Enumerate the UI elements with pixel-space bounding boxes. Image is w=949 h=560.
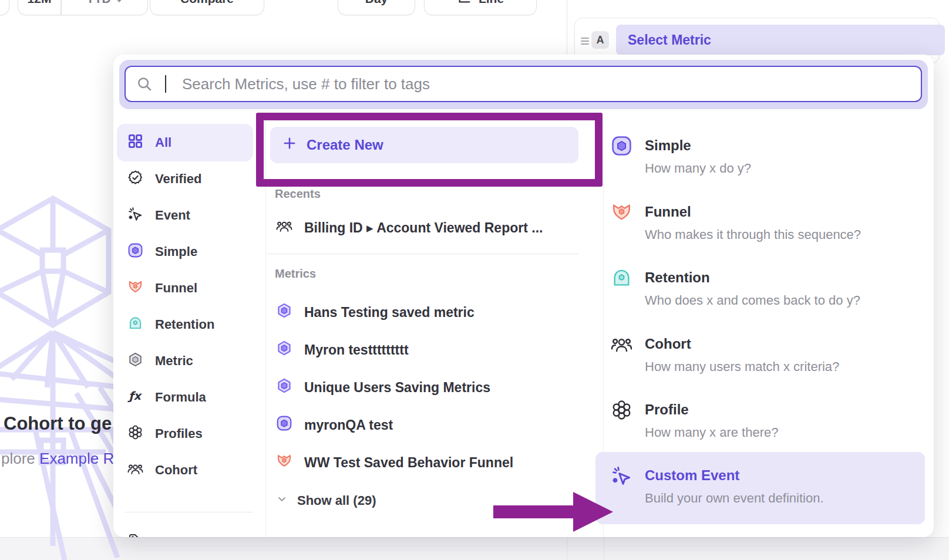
type-title: Custom Event — [645, 466, 916, 485]
range-12m-button[interactable]: 12M — [18, 0, 60, 15]
type-title: Retention — [645, 268, 916, 287]
recent-item-billing[interactable]: Billing ID ▸ Account Viewed Report ... — [276, 209, 593, 247]
metric-hexagon-icon — [276, 302, 292, 322]
metrics-header: Metrics — [275, 267, 316, 281]
grid-icon — [127, 133, 143, 153]
sidebar-item-label: Funnel — [155, 281, 197, 296]
sidebar-item-all[interactable]: All — [117, 124, 254, 161]
type-desc: How many x do y? — [645, 160, 916, 177]
line-label: Line — [479, 0, 504, 6]
sidebar-divider — [265, 120, 266, 537]
sidebar-item-formula[interactable]: ƒx Formula — [117, 379, 254, 416]
recent-item-label: Billing ID ▸ Account Viewed Report ... — [304, 220, 543, 236]
empty-state-title-fragment: Cohort to ge — [4, 413, 112, 434]
example-reports-link[interactable]: Example R — [39, 450, 114, 467]
sidebar-item-label: Event — [155, 208, 190, 223]
range-ytd-dropdown[interactable]: YTD — [62, 0, 148, 15]
sidebar-item-funnel[interactable]: Funnel — [117, 270, 254, 306]
people-icon — [276, 218, 292, 238]
type-retention[interactable]: Retention Who does x and comes back to d… — [611, 268, 916, 309]
funnel-icon — [276, 453, 292, 473]
type-desc: Who does x and comes back to do y? — [645, 292, 916, 309]
create-new-button[interactable]: Create New — [270, 127, 578, 163]
sidebar-item-profiles[interactable]: Profiles — [117, 416, 254, 452]
sidebar-item-simple[interactable]: Simple — [117, 234, 254, 270]
sidebar-item-label: All — [155, 135, 171, 150]
select-metric-field[interactable]: Select Metric — [616, 25, 945, 55]
type-simple[interactable]: Simple How many x do y? — [611, 136, 916, 177]
date-range-control: 12M YTD — [18, 0, 148, 15]
show-all-toggle[interactable]: Show all (29) — [276, 483, 376, 519]
chart-type-line-button[interactable]: Line — [424, 0, 537, 15]
type-title: Profile — [645, 400, 916, 419]
metric-item-label: Hans Testing saved metric — [304, 305, 474, 321]
search-input[interactable] — [124, 66, 922, 102]
granularity-day-button[interactable]: Day — [338, 0, 415, 15]
app-root: Cohort to ge plore Example R 12M YTD Com… — [0, 0, 949, 560]
retention-icon — [127, 315, 143, 335]
plus-icon — [282, 136, 297, 154]
metric-item[interactable]: Myron testtttttttt — [276, 331, 593, 369]
range-12m-label: 12M — [28, 0, 52, 6]
metric-item-label: myronQA test — [304, 417, 393, 433]
compare-button[interactable]: Compare — [150, 0, 264, 15]
metric-item[interactable]: Unique Users Saving Metrics — [276, 369, 593, 406]
verified-icon — [127, 170, 143, 189]
sidebar-item-label: Retention — [155, 317, 214, 332]
metric-item[interactable]: Hans Testing saved metric — [276, 294, 593, 331]
sidebar-item-verified[interactable]: Verified — [117, 161, 254, 197]
custom-event-icon — [611, 465, 632, 489]
sidebar-item-metric[interactable]: Metric — [117, 343, 254, 379]
funnel-icon — [611, 201, 632, 225]
toolbar-partial-button[interactable] — [0, 0, 9, 15]
range-ytd-label: YTD — [86, 0, 111, 6]
type-custom-event[interactable]: Custom Event Build your own event defini… — [611, 466, 916, 507]
sidebar-item-label: Simple — [155, 244, 197, 259]
panel-divider-segment — [604, 537, 604, 560]
tag-icon — [127, 532, 143, 538]
simple-icon — [276, 415, 292, 435]
profiles-icon — [127, 424, 143, 444]
type-title: Funnel — [645, 203, 916, 221]
metric-item[interactable]: myronQA test — [276, 406, 593, 444]
sidebar-item-cohort[interactable]: Cohort — [117, 452, 254, 488]
sidebar-item-label: Verified — [155, 171, 201, 187]
event-cursor-icon — [127, 206, 143, 225]
retention-icon — [611, 267, 632, 291]
metric-item-label: WW Test Saved Behavior Funnel — [304, 455, 513, 471]
empty-state-subtitle-fragment: plore Example R — [1, 450, 114, 468]
metric-item[interactable]: WW Test Saved Behavior Funnel — [276, 444, 593, 481]
sidebar-item-event[interactable]: Event — [117, 197, 254, 234]
page-bottom-strip — [0, 537, 949, 560]
caret-down-icon — [116, 0, 123, 6]
type-desc: How many x are there? — [645, 424, 916, 441]
type-desc: Build your own event definition. — [645, 490, 916, 507]
sidebar-item-retention[interactable]: Retention — [117, 306, 254, 343]
type-profile[interactable]: Profile How many x are there? — [611, 400, 916, 441]
sidebar-separator — [125, 512, 253, 512]
line-chart-icon — [457, 0, 472, 8]
metric-item-label: Myron testtttttttt — [304, 342, 409, 358]
sidebar-item-tags-partial[interactable] — [117, 524, 254, 537]
day-label: Day — [365, 0, 388, 6]
sidebar-item-label: Formula — [155, 390, 206, 405]
cohort-icon — [611, 333, 632, 357]
funnel-icon — [127, 279, 143, 298]
formula-icon: ƒx — [127, 388, 143, 407]
metric-hexagon-icon — [276, 377, 292, 397]
simple-icon — [611, 135, 632, 159]
type-funnel[interactable]: Funnel Who makes it through this sequenc… — [611, 203, 916, 243]
drag-handle-icon[interactable] — [581, 36, 589, 44]
type-cohort[interactable]: Cohort How many users match x criteria? — [611, 335, 916, 375]
type-title: Simple — [645, 136, 916, 155]
sidebar-item-label: Cohort — [155, 463, 197, 478]
simple-icon — [127, 242, 143, 262]
create-new-label: Create New — [307, 137, 383, 153]
select-metric-label: Select Metric — [628, 32, 711, 48]
type-title: Cohort — [645, 335, 916, 353]
decorative-wireframe — [0, 194, 123, 560]
compare-label: Compare — [180, 0, 234, 6]
chevron-down-icon — [276, 493, 288, 508]
type-desc: Who makes it through this sequence? — [645, 227, 916, 243]
recents-header: Recents — [275, 187, 321, 201]
